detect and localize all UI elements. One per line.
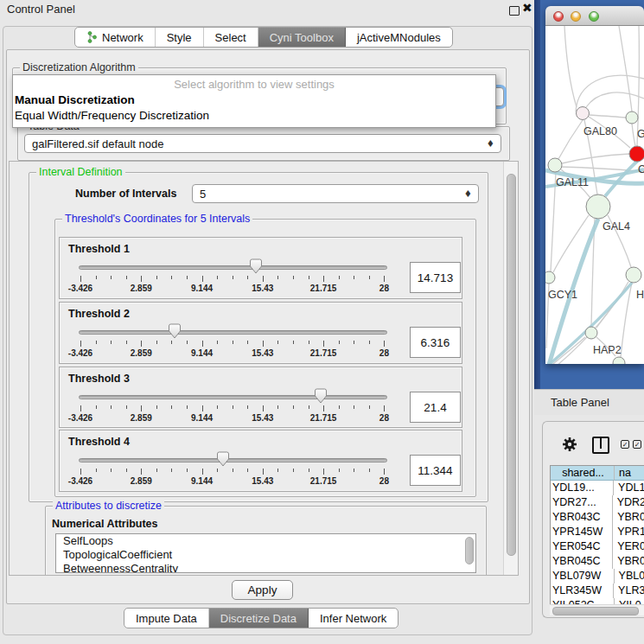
number-of-intervals-value: 5 bbox=[200, 188, 206, 201]
slider-tick bbox=[263, 469, 264, 475]
table-row[interactable]: YER054CYER0 bbox=[551, 539, 644, 554]
table-body: YDL19...YDL1YDR27...YDR2YBR043CYBR0YPR14… bbox=[551, 481, 644, 605]
slider-tick bbox=[323, 469, 324, 475]
threshold-value-field[interactable]: 11.344 bbox=[410, 455, 461, 486]
settings-scrollbar[interactable] bbox=[503, 162, 518, 575]
slider-tick bbox=[171, 469, 172, 472]
tab-network[interactable]: Network bbox=[75, 28, 156, 47]
network-node[interactable] bbox=[545, 271, 555, 284]
attribute-list-item[interactable]: TopologicalCoefficient bbox=[56, 548, 475, 562]
table-row[interactable]: YBL079WYBL0 bbox=[551, 569, 644, 583]
slider-tick bbox=[369, 405, 370, 409]
slider-tick bbox=[126, 276, 127, 279]
table-horizontal-scrollbar[interactable] bbox=[550, 604, 644, 615]
network-node[interactable] bbox=[577, 107, 590, 120]
tab-select[interactable]: Select bbox=[204, 28, 258, 47]
numerical-attributes-heading: Numerical Attributes bbox=[52, 518, 157, 530]
table-row[interactable]: YBR045CYBR0 bbox=[551, 554, 644, 569]
attribute-list-item[interactable]: BetweennessCentrality bbox=[56, 562, 475, 573]
checkbox-column-icon[interactable]: ✓ bbox=[621, 440, 629, 449]
settings-scrollbar-thumb[interactable] bbox=[507, 174, 516, 556]
list-scrollbar-thumb[interactable] bbox=[465, 537, 474, 564]
algorithm-dropdown-popup: Select algorithm to view settings Manual… bbox=[12, 74, 496, 128]
tab-infer-network[interactable]: Infer Network bbox=[309, 609, 398, 628]
network-canvas[interactable]: GAL80GACGAL11GAL4GCY1HHAP2 bbox=[545, 26, 644, 364]
network-node[interactable] bbox=[585, 327, 597, 339]
tab-style[interactable]: Style bbox=[156, 28, 204, 47]
table-hscrollbar-thumb[interactable] bbox=[552, 607, 639, 615]
slider-track[interactable] bbox=[79, 265, 387, 270]
cell-shared-name: YBL079W bbox=[551, 569, 615, 583]
slider-handle[interactable] bbox=[249, 258, 262, 275]
network-node[interactable] bbox=[548, 158, 562, 172]
table-row[interactable]: YDL19...YDL1 bbox=[551, 481, 644, 495]
slider-handle[interactable] bbox=[314, 388, 327, 405]
network-node[interactable] bbox=[613, 357, 625, 364]
gene-table[interactable]: shared...na YDL19...YDL1YDR27...YDR2YBR0… bbox=[550, 465, 644, 605]
discretization-algorithm-label: Discretization Algorithm bbox=[20, 61, 138, 73]
network-node[interactable] bbox=[626, 267, 641, 283]
attribute-list-item[interactable]: SelfLoops bbox=[56, 534, 475, 548]
table-row[interactable]: YBR043CYBR0 bbox=[551, 510, 644, 525]
network-node[interactable] bbox=[586, 194, 610, 219]
table-header-row[interactable]: shared...na bbox=[551, 466, 644, 481]
slider-tick bbox=[277, 341, 278, 344]
tab-jactivemnodules[interactable]: jActiveMNodules bbox=[346, 28, 452, 47]
zoom-traffic-light-icon[interactable] bbox=[589, 11, 599, 22]
close-traffic-light-icon[interactable] bbox=[553, 11, 564, 22]
checkbox-column-icon[interactable]: ✓ bbox=[633, 440, 641, 449]
slider-tick bbox=[384, 341, 385, 347]
number-of-intervals-combobox[interactable]: 5 ▲▼ bbox=[192, 184, 479, 203]
slider-tick bbox=[96, 276, 97, 279]
slider-tick bbox=[233, 276, 233, 279]
threshold-value-field[interactable]: 14.713 bbox=[410, 262, 461, 293]
slider-tick-label: -3.426 bbox=[68, 476, 92, 486]
slider-tick-label: 28 bbox=[379, 413, 389, 423]
slider-tick bbox=[156, 405, 157, 409]
cell-shared-name: YER054C bbox=[551, 539, 613, 554]
threshold-value-field[interactable]: 21.4 bbox=[410, 392, 461, 423]
close-icon[interactable]: ✖ bbox=[522, 1, 532, 15]
split-table-icon[interactable] bbox=[592, 437, 609, 454]
tab-impute-data[interactable]: Impute Data bbox=[124, 609, 209, 628]
popup-item-equal-width-frequency[interactable]: Equal Width/Frequency Discretization bbox=[15, 109, 209, 122]
table-data-combobox-value: galFiltered.sif default node bbox=[32, 137, 163, 150]
slider-tick-label: -3.426 bbox=[68, 284, 92, 293]
gear-icon[interactable] bbox=[562, 437, 577, 452]
slider-tick bbox=[156, 276, 157, 279]
slider-tick bbox=[217, 276, 218, 279]
slider-tick bbox=[202, 405, 203, 411]
threshold-value-field[interactable]: 6.316 bbox=[410, 327, 461, 358]
table-row[interactable]: YLR345WYLR3 bbox=[551, 583, 644, 598]
table-row[interactable]: YPR145WYPR1 bbox=[551, 525, 644, 539]
slider-tick-label: 2.859 bbox=[131, 476, 152, 486]
tab-discretize-data[interactable]: Discretize Data bbox=[209, 609, 309, 628]
column-header-shared-name[interactable]: shared... bbox=[551, 466, 615, 481]
thresholds-group-label: Threshold's Coordinates for 5 Intervals bbox=[62, 213, 252, 225]
tab-cyni-toolbox[interactable]: Cyni Toolbox bbox=[258, 28, 346, 47]
slider-tick bbox=[202, 341, 203, 347]
minimize-traffic-light-icon[interactable] bbox=[571, 11, 581, 22]
column-header-name[interactable]: na bbox=[615, 466, 644, 481]
network-edge bbox=[590, 115, 626, 118]
cell-name: YER0 bbox=[613, 539, 644, 554]
network-node[interactable] bbox=[626, 112, 638, 124]
slider-tick-label: 9.144 bbox=[191, 348, 213, 358]
slider-track[interactable] bbox=[79, 458, 387, 462]
slider-tick-label: 21.715 bbox=[310, 476, 337, 486]
number-of-intervals-label: Number of Intervals bbox=[75, 188, 176, 200]
slider-handle[interactable] bbox=[168, 323, 181, 340]
float-window-icon[interactable] bbox=[509, 6, 520, 16]
slider-tick bbox=[187, 276, 188, 279]
slider-handle[interactable] bbox=[217, 451, 230, 468]
slider-tick bbox=[384, 276, 385, 282]
table-row[interactable]: YDR27...YDR2 bbox=[551, 495, 644, 510]
table-data-combobox[interactable]: galFiltered.sif default node ▲▼ bbox=[24, 134, 501, 153]
numerical-attributes-list[interactable]: SelfLoopsTopologicalCoefficientBetweenne… bbox=[55, 533, 476, 573]
apply-button[interactable]: Apply bbox=[232, 580, 293, 600]
slider-track[interactable] bbox=[79, 330, 387, 335]
slider-tick bbox=[323, 341, 324, 347]
slider-track[interactable] bbox=[79, 395, 387, 399]
network-node[interactable] bbox=[629, 146, 644, 162]
popup-item-manual-discretization[interactable]: Manual Discretization bbox=[15, 93, 135, 106]
